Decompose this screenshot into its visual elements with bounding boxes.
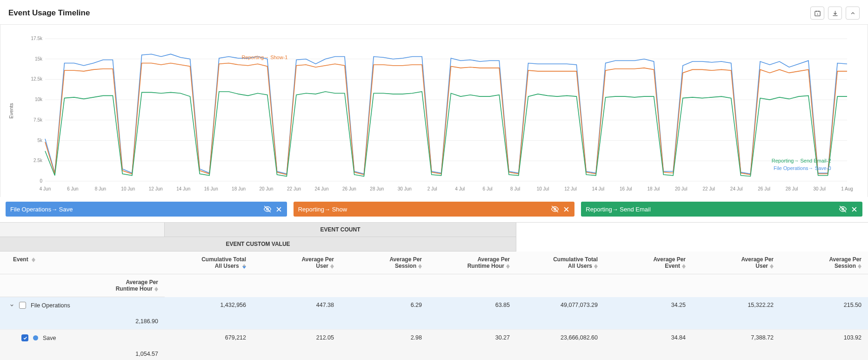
series-chip-save[interactable]: File Operations→ Save	[6, 202, 287, 217]
row-label: File Operations	[31, 302, 70, 309]
svg-text:10 Jul: 10 Jul	[537, 186, 549, 191]
sort-icon[interactable]	[682, 264, 686, 269]
close-icon[interactable]	[563, 206, 570, 213]
svg-text:4 Jul: 4 Jul	[455, 186, 465, 191]
series-chip-sendemail[interactable]: Reporting→ Send Email	[581, 202, 862, 217]
group-header-count: EVENT COUNT	[165, 223, 516, 237]
svg-text:8 Jul: 8 Jul	[510, 186, 520, 191]
svg-text:26 Jul: 26 Jul	[758, 186, 770, 191]
cell: 7,388.72	[692, 330, 780, 346]
svg-text:17.5k: 17.5k	[31, 36, 43, 41]
svg-text:24 Jun: 24 Jun	[314, 186, 328, 191]
col-avg-session-v[interactable]: Average Per Session	[780, 251, 868, 274]
col-event[interactable]: Event	[0, 251, 165, 274]
chip-label: Reporting→ Show	[298, 206, 347, 213]
cell: 1,432,956	[165, 297, 253, 313]
column-header-row: Event Cumulative Total All Users Average…	[0, 251, 868, 297]
svg-text:8 Jun: 8 Jun	[95, 186, 106, 191]
cell: 23,666,082.60	[516, 330, 604, 346]
checkbox[interactable]	[19, 302, 26, 309]
sort-icon[interactable]	[330, 264, 334, 269]
svg-text:2 Jul: 2 Jul	[427, 186, 437, 191]
svg-text:0: 0	[40, 178, 42, 183]
svg-text:20 Jun: 20 Jun	[260, 186, 274, 191]
svg-text:7.5k: 7.5k	[33, 117, 43, 122]
table-row[interactable]: Save 679,212 212.05 2.98 30.27 23,666,08…	[0, 330, 868, 360]
svg-text:28 Jun: 28 Jun	[370, 186, 384, 191]
svg-text:22 Jun: 22 Jun	[287, 186, 301, 191]
cell: 212.05	[253, 330, 341, 346]
calendar-icon: 1	[814, 10, 821, 17]
close-icon[interactable]	[275, 206, 282, 213]
checkbox[interactable]	[21, 334, 28, 341]
cell: 30.27	[428, 330, 516, 346]
svg-text:12.5k: 12.5k	[31, 76, 43, 82]
cell: 6.29	[341, 297, 428, 313]
eye-off-icon[interactable]	[551, 205, 559, 213]
svg-text:15k: 15k	[35, 56, 43, 61]
svg-text:24 Jul: 24 Jul	[730, 186, 743, 191]
svg-text:6 Jun: 6 Jun	[67, 186, 78, 191]
svg-text:14 Jun: 14 Jun	[176, 186, 190, 191]
cell: 63.85	[428, 297, 516, 313]
page-title: Event Usage Timeline	[8, 8, 90, 18]
chevron-up-icon	[850, 10, 856, 16]
col-avg-user-v[interactable]: Average Per User	[692, 251, 780, 274]
svg-text:16 Jun: 16 Jun	[204, 186, 218, 191]
check-icon	[23, 336, 27, 340]
col-avg-session[interactable]: Average Per Session	[341, 251, 428, 274]
col-avg-user[interactable]: Average Per User	[253, 251, 341, 274]
sort-icon[interactable]	[506, 264, 510, 269]
expand-icon[interactable]	[9, 303, 14, 308]
series-dot	[33, 335, 38, 340]
svg-text:6 Jul: 6 Jul	[483, 186, 493, 191]
series-chip-show[interactable]: Reporting→ Show	[294, 202, 575, 217]
svg-text:1 Aug: 1 Aug	[841, 186, 853, 191]
sort-icon[interactable]	[154, 287, 158, 292]
svg-text:16 Jul: 16 Jul	[620, 186, 632, 191]
col-avg-event[interactable]: Average Per Event	[604, 251, 692, 274]
sort-icon[interactable]	[770, 264, 774, 269]
chip-label: File Operations→ Save	[10, 206, 73, 213]
svg-text:14 Jul: 14 Jul	[592, 186, 605, 191]
sort-icon[interactable]	[32, 258, 35, 262]
cell: 34.25	[604, 297, 692, 313]
svg-text:20 Jul: 20 Jul	[675, 186, 688, 191]
sort-icon[interactable]	[594, 264, 598, 269]
svg-text:10 Jun: 10 Jun	[121, 186, 135, 191]
date-button[interactable]: 1	[810, 7, 824, 20]
download-button[interactable]	[828, 7, 842, 20]
collapse-button[interactable]	[846, 7, 860, 20]
row-label: Save	[43, 335, 56, 341]
cell: 2,186.90	[0, 313, 165, 329]
svg-text:30 Jul: 30 Jul	[813, 186, 826, 191]
eye-off-icon[interactable]	[263, 205, 272, 213]
table-row-parent[interactable]: File Operations 1,432,956 447.38 6.29 63…	[0, 297, 868, 330]
col-avg-runtime-v[interactable]: Average Per Runtime Hour	[0, 274, 165, 297]
col-avg-runtime[interactable]: Average Per Runtime Hour	[428, 251, 516, 274]
col-cumulative-value[interactable]: Cumulative Total All Users	[516, 251, 604, 274]
sort-icon[interactable]	[418, 264, 422, 269]
svg-text:Reporting→ Send Email-2: Reporting→ Send Email-2	[772, 158, 831, 163]
close-icon[interactable]	[851, 206, 858, 213]
sort-icon[interactable]	[242, 264, 246, 269]
event-table: EVENT COUNT EVENT CUSTOM VALUE Event Cum…	[0, 222, 868, 360]
svg-text:12 Jun: 12 Jun	[149, 186, 163, 191]
svg-text:5k: 5k	[37, 138, 43, 143]
svg-text:File Operations→ Save-0: File Operations→ Save-0	[774, 165, 831, 171]
svg-text:10k: 10k	[35, 97, 43, 102]
svg-text:30 Jun: 30 Jun	[398, 186, 412, 191]
eye-off-icon[interactable]	[839, 205, 847, 213]
svg-text:26 Jun: 26 Jun	[342, 186, 356, 191]
svg-text:2.5k: 2.5k	[33, 158, 43, 163]
group-header-value: EVENT CUSTOM VALUE	[0, 237, 516, 251]
col-cumulative-count[interactable]: Cumulative Total All Users	[165, 251, 253, 274]
y-axis-label: Events	[8, 103, 14, 119]
cell: 215.50	[780, 297, 868, 313]
timeline-chart[interactable]: 02.5k5k7.5k10k12.5k15k17.5k4 Jun6 Jun8 J…	[28, 36, 856, 194]
svg-text:18 Jun: 18 Jun	[232, 186, 246, 191]
svg-text:1: 1	[816, 12, 818, 15]
cell: 34.84	[604, 330, 692, 346]
cell: 15,322.22	[692, 297, 780, 313]
sort-icon[interactable]	[858, 264, 861, 269]
